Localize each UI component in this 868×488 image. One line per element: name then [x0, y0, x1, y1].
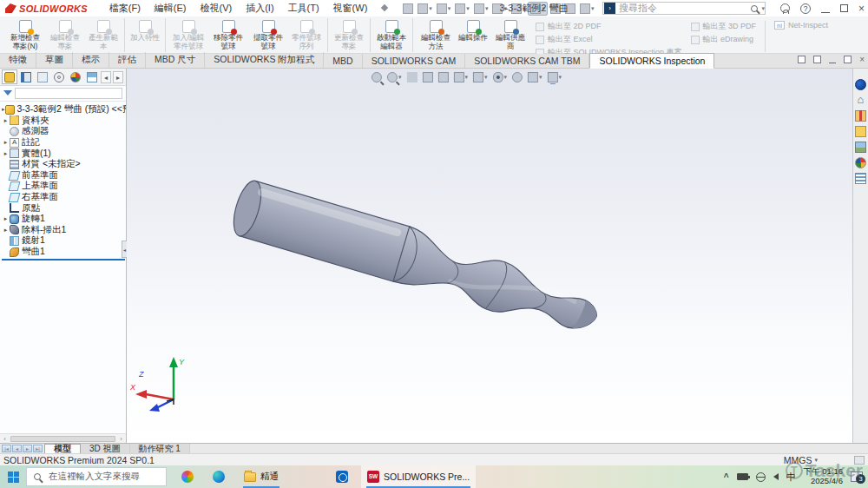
first-tab-button[interactable]: |◂ — [2, 445, 11, 452]
view-toolbar-button[interactable]: ▾ — [452, 71, 469, 83]
view-toolbar-button[interactable]: ▾ — [421, 71, 433, 83]
search-caret-icon[interactable]: ▾ — [761, 5, 765, 12]
export-menu-item[interactable]: 輸出至 2D PDF — [536, 21, 682, 32]
search-icon[interactable] — [751, 5, 758, 12]
appearances-icon[interactable] — [855, 157, 866, 168]
ribbon-tab[interactable]: 特徵 — [0, 52, 36, 68]
net-inspect-button[interactable]: ni Net-Inspect — [774, 21, 828, 30]
expand-arrow-icon[interactable]: ▸ — [2, 117, 10, 124]
ribbon-tab[interactable]: 標示 — [73, 52, 109, 68]
design-library-icon[interactable] — [855, 110, 866, 122]
menu-item[interactable]: 檔案(F) — [103, 0, 147, 16]
dimxpertmanager-tab[interactable] — [51, 69, 67, 84]
tree-item[interactable]: ▸ 彎曲1 — [2, 247, 126, 258]
next-tab-button[interactable]: ▸ — [23, 445, 32, 452]
ime-indicator[interactable]: 中 — [786, 471, 796, 484]
view-toolbar-button[interactable]: ▾ — [405, 71, 418, 83]
ribbon-button[interactable]: 擷取零件號球 — [248, 18, 288, 52]
tree-item[interactable]: ▸ 資料夾 — [2, 115, 126, 127]
help-icon[interactable]: ? — [800, 3, 811, 14]
sheet-tab[interactable]: 3D 視圖 — [81, 444, 130, 453]
custom-properties-icon[interactable] — [855, 173, 866, 184]
ribbon-button[interactable]: 產生新範本 — [85, 18, 125, 52]
export-menu-item[interactable]: 輸出 eDrawing — [691, 34, 757, 45]
start-button[interactable] — [0, 465, 26, 488]
restore-button[interactable] — [840, 4, 848, 12]
ribbon-button[interactable]: 編輯供應商 — [490, 18, 530, 52]
export-menu-item[interactable]: 輸出至 3D PDF — [691, 21, 757, 32]
graphics-area[interactable]: ▾ ▾ ▾ ▾ — [127, 69, 852, 443]
ribbon-button[interactable]: 新增檢查專案(N) — [5, 18, 45, 52]
tree-item[interactable]: ▸ 實體(1) — [2, 148, 126, 159]
ribbon-tab[interactable]: SOLIDWORKS CAM — [363, 54, 465, 68]
view-toolbar-button[interactable]: ▾ — [511, 71, 523, 83]
battery-icon[interactable] — [737, 473, 748, 480]
ribbon-button[interactable]: 編輯檢查方法 — [416, 18, 456, 52]
notification-center-button[interactable]: 3 — [851, 472, 863, 482]
close-button[interactable]: × — [858, 4, 865, 13]
view-toolbar-button[interactable]: ▾ — [547, 71, 563, 83]
configurationmanager-tab[interactable] — [35, 69, 50, 84]
ribbon-button[interactable]: 加入特性 — [128, 18, 166, 52]
tree-item[interactable]: ▸ 除料-掃出1 — [2, 225, 126, 236]
view-toolbar-button[interactable]: ▾ — [472, 71, 489, 83]
file-explorer-icon[interactable] — [855, 126, 866, 137]
ribbon-button[interactable]: 零件號球序列 — [288, 18, 328, 52]
menu-item[interactable]: 插入(I) — [240, 0, 279, 16]
ribbon-tab[interactable]: 評估 — [109, 52, 146, 68]
view-palette-icon[interactable] — [855, 142, 866, 153]
ribbon-button[interactable]: 移除零件號球 — [208, 18, 248, 52]
taskbar-search-box[interactable]: 在這裡輸入文字來搜尋 — [26, 467, 167, 486]
edge-app-button[interactable] — [207, 465, 231, 488]
doc-close-button[interactable]: × — [859, 56, 865, 63]
displaymanager-tab[interactable] — [68, 69, 83, 84]
view-toolbar-button[interactable]: ▾ — [371, 71, 383, 83]
copilot-app-button[interactable] — [175, 465, 200, 488]
doc-restore-button[interactable] — [844, 56, 852, 63]
ribbon-button[interactable]: 啟動範本編輯器 — [373, 18, 413, 52]
tree-item[interactable]: ▸ 上基準面 — [2, 181, 126, 192]
minimize-button[interactable] — [821, 4, 830, 13]
ribbon-button[interactable]: 加入/編輯零件號球 — [168, 18, 208, 52]
ribbon-button[interactable]: 編輯操作 — [456, 18, 490, 52]
expand-arrow-icon[interactable]: ▸ — [2, 106, 5, 113]
tree-horizontal-scrollbar[interactable]: ‹ › — [0, 433, 126, 443]
expand-arrow-icon[interactable]: ▸ — [2, 227, 10, 234]
tree-item[interactable]: ▸ 材質 <未指定> — [2, 159, 126, 170]
3dexperience-icon[interactable] — [855, 79, 866, 90]
more-panes-tab[interactable] — [84, 69, 100, 84]
ribbon-tab[interactable]: MBD — [324, 54, 362, 68]
sheet-tab[interactable]: 模型 — [44, 444, 81, 453]
scroll-left-icon[interactable]: ‹ — [0, 435, 10, 443]
ribbon-tab[interactable]: SOLIDWORKS CAM TBM — [465, 54, 589, 68]
hidden-icons-chevron[interactable]: ^ — [724, 472, 729, 482]
tree-item[interactable]: ▸ 感測器 — [2, 126, 126, 137]
tree-item[interactable]: ▸ 註記 — [2, 137, 126, 148]
ribbon-tab[interactable]: MBD 尺寸 — [146, 52, 205, 68]
undock-pane-icon[interactable] — [798, 56, 806, 63]
prev-tab-button[interactable]: ◂ — [12, 445, 22, 452]
view-toolbar-button[interactable]: ▾ — [437, 71, 449, 83]
pin-icon[interactable] — [380, 4, 389, 13]
sheet-tab[interactable]: 動作研究 1 — [130, 444, 190, 453]
expand-arrow-icon[interactable]: ▸ — [2, 150, 10, 157]
expand-arrow-icon[interactable]: ▸ — [2, 139, 10, 146]
user-account-icon[interactable] — [780, 3, 790, 13]
featuremanager-tab[interactable] — [2, 69, 17, 84]
drill-bit-model[interactable] — [127, 69, 852, 443]
network-icon[interactable] — [756, 472, 766, 482]
solidworks-app-button[interactable]: SW SOLIDWORKS Pre... — [361, 465, 476, 488]
home-pane-icon[interactable]: ⌂ — [855, 95, 866, 106]
view-toolbar-button[interactable]: ▾ — [386, 71, 403, 83]
menu-item[interactable]: 檢視(V) — [194, 0, 239, 16]
menu-item[interactable]: 視窗(W) — [327, 0, 374, 16]
pane-options-icon[interactable] — [813, 56, 821, 63]
ribbon-button[interactable]: 編輯檢查專案 — [45, 18, 85, 52]
menu-item[interactable]: 工具(T) — [282, 0, 326, 16]
volume-icon[interactable] — [773, 473, 779, 480]
ribbon-tab[interactable]: SOLIDWORKS 附加程式 — [205, 52, 324, 68]
tree-item[interactable]: ▸ 原點 — [2, 202, 126, 214]
doc-minimize-button[interactable] — [829, 56, 836, 63]
scroll-right-icon[interactable]: › — [116, 435, 126, 443]
view-toolbar-button[interactable]: ▾ — [491, 71, 508, 83]
